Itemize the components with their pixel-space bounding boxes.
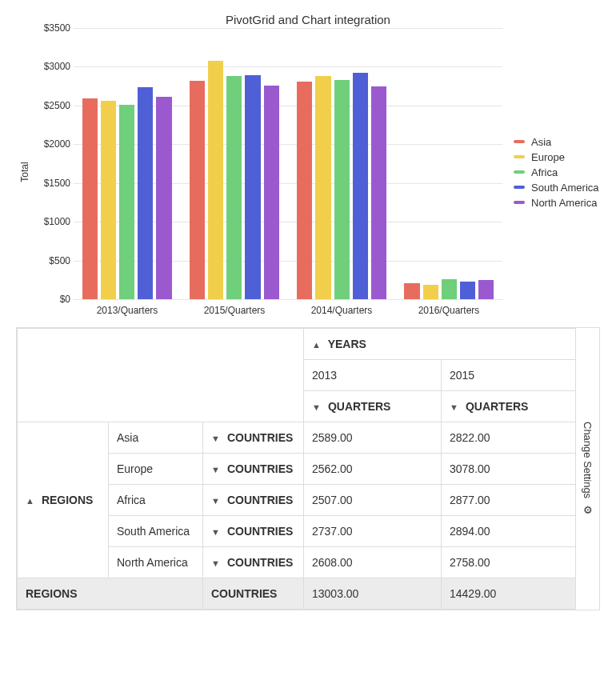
chart-y-tick: $3500 <box>26 22 70 34</box>
chart-y-tick: $2500 <box>26 100 70 111</box>
legend-label: Europe <box>531 151 565 163</box>
legend-item[interactable]: Africa <box>514 166 600 178</box>
change-settings-button[interactable]: Change Settings ⚙ <box>575 328 599 610</box>
chart-x-tick: 2016/Quarters <box>395 300 502 316</box>
chart-bar[interactable] <box>138 87 153 299</box>
legend-item[interactable]: North America <box>514 197 600 209</box>
chart-bar[interactable] <box>245 75 260 299</box>
chart-bar[interactable] <box>371 86 386 299</box>
pivot-year-2015[interactable]: 2015 <box>442 360 576 391</box>
chevron-down-icon: ▼ <box>211 434 219 443</box>
pivot-year-2013[interactable]: 2013 <box>304 360 442 391</box>
legend-swatch <box>514 201 525 204</box>
pivot-regions-header[interactable]: ▲ REGIONS <box>18 422 109 578</box>
pivot-cell: 2758.00 <box>442 547 576 578</box>
pivot-years-header[interactable]: ▲ YEARS <box>304 329 576 360</box>
pivot-region-name[interactable]: South America <box>109 516 203 547</box>
pivot-region-name[interactable]: Europe <box>109 454 203 485</box>
pivot-countries-toggle[interactable]: ▼ COUNTRIES <box>203 516 304 547</box>
chart-y-tick: $2000 <box>26 138 70 150</box>
chevron-down-icon: ▼ <box>450 402 458 412</box>
pivot-cell: 2562.00 <box>304 454 442 485</box>
chevron-down-icon: ▼ <box>211 496 219 506</box>
pivot-cell: 2894.00 <box>442 516 576 547</box>
chart-y-tick: $500 <box>26 255 70 266</box>
pivot-region-name[interactable]: Asia <box>109 422 203 454</box>
chart-bar[interactable] <box>353 73 368 299</box>
pivot-corner <box>18 329 304 422</box>
pivot-grid: ▲ YEARS 2013 2015 ▼ QUARTERS ▼ QUARTERS <box>16 327 600 610</box>
chart-bar[interactable] <box>423 285 438 299</box>
legend-label: South America <box>531 182 599 194</box>
pivot-total-regions: REGIONS <box>18 578 203 610</box>
chart-gridline <box>74 299 502 300</box>
chevron-down-icon: ▼ <box>312 402 320 412</box>
chart-bar[interactable] <box>208 61 223 299</box>
chart-bar[interactable] <box>190 81 205 299</box>
legend-label: Africa <box>531 166 558 178</box>
chart: Total $0$500$1000$1500$2000$2500$3000$35… <box>16 28 600 316</box>
pivot-cell: 2507.00 <box>304 485 442 516</box>
chevron-down-icon: ▼ <box>211 465 219 474</box>
chart-bar[interactable] <box>315 76 330 299</box>
pivot-cell: 3078.00 <box>442 454 576 485</box>
pivot-total-cell: 14429.00 <box>442 578 576 610</box>
chart-bar[interactable] <box>101 101 116 299</box>
pivot-region-name[interactable]: Africa <box>109 485 203 516</box>
pivot-countries-toggle[interactable]: ▼ COUNTRIES <box>203 485 304 516</box>
pivot-quarters-2013[interactable]: ▼ QUARTERS <box>304 391 442 422</box>
chart-bar[interactable] <box>82 98 98 299</box>
pivot-quarters-2015[interactable]: ▼ QUARTERS <box>442 391 576 422</box>
legend-swatch <box>514 170 525 174</box>
chart-bar[interactable] <box>119 105 134 299</box>
chevron-down-icon: ▼ <box>211 527 219 537</box>
pivot-region-name[interactable]: North America <box>109 547 203 578</box>
chart-x-tick: 2015/Quarters <box>181 300 288 316</box>
pivot-cell: 2608.00 <box>304 547 442 578</box>
chart-bar[interactable] <box>460 282 475 299</box>
pivot-cell: 2822.00 <box>442 422 576 454</box>
legend-item[interactable]: Asia <box>514 136 600 148</box>
chart-bar[interactable] <box>334 80 350 299</box>
legend-swatch <box>514 155 525 158</box>
chart-y-tick: $1500 <box>26 178 70 189</box>
chart-bar[interactable] <box>264 86 279 299</box>
chart-bar[interactable] <box>226 76 242 299</box>
chart-x-labels: 2013/Quarters2015/Quarters2014/Quarters2… <box>74 300 502 316</box>
legend-swatch <box>514 140 525 143</box>
chart-bar[interactable] <box>442 279 457 299</box>
pivot-total-cell: 13003.00 <box>304 578 442 610</box>
gear-icon: ⚙ <box>582 504 594 516</box>
chevron-down-icon: ▼ <box>211 558 219 568</box>
legend-item[interactable]: South America <box>514 182 600 194</box>
chart-title: PivotGrid and Chart integration <box>16 13 600 26</box>
pivot-countries-toggle[interactable]: ▼ COUNTRIES <box>203 422 304 454</box>
chart-legend: AsiaEuropeAfricaSouth AmericaNorth Ameri… <box>502 28 600 316</box>
pivot-countries-toggle[interactable]: ▼ COUNTRIES <box>203 454 304 485</box>
chart-bar[interactable] <box>297 82 312 299</box>
pivot-countries-toggle[interactable]: ▼ COUNTRIES <box>203 547 304 578</box>
pivot-cell: 2589.00 <box>304 422 442 454</box>
pivot-cell: 2877.00 <box>442 485 576 516</box>
pivot-total-countries: COUNTRIES <box>203 578 304 610</box>
chart-x-tick: 2013/Quarters <box>74 300 181 316</box>
legend-label: North America <box>531 197 597 209</box>
chart-bar[interactable] <box>478 280 494 299</box>
chart-y-tick: $3000 <box>26 61 70 72</box>
legend-swatch <box>514 186 525 189</box>
chevron-up-icon: ▲ <box>26 496 34 506</box>
chart-bar[interactable] <box>156 97 171 299</box>
chart-bar[interactable] <box>404 283 419 299</box>
legend-item[interactable]: Europe <box>514 151 600 163</box>
chart-plot: $0$500$1000$1500$2000$2500$3000$3500 <box>74 28 502 300</box>
chart-y-tick: $1000 <box>26 216 70 227</box>
chart-y-tick: $0 <box>26 294 70 305</box>
chart-x-tick: 2014/Quarters <box>288 300 395 316</box>
chevron-up-icon: ▲ <box>312 340 320 350</box>
legend-label: Asia <box>531 136 551 148</box>
pivot-cell: 2737.00 <box>304 516 442 547</box>
